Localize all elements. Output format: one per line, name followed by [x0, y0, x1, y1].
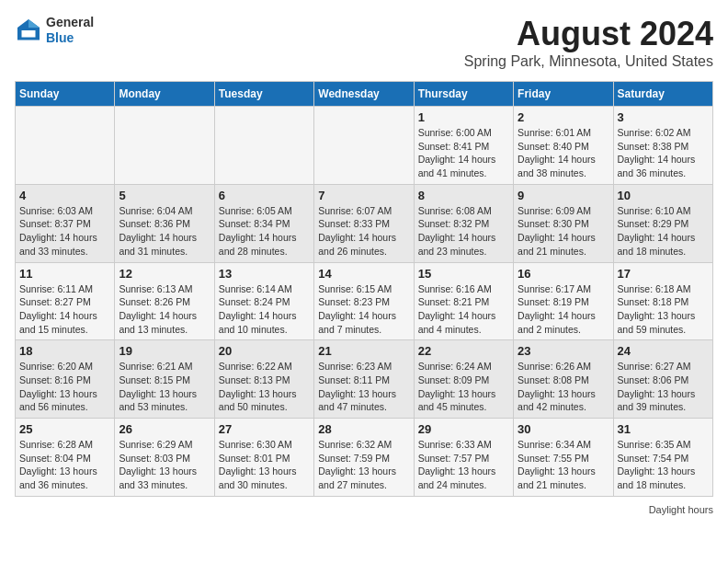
day-number: 31 — [618, 422, 709, 436]
calendar-cell: 31Sunrise: 6:35 AM Sunset: 7:54 PM Dayli… — [613, 419, 712, 497]
col-wednesday: Wednesday — [314, 82, 414, 107]
day-number: 6 — [219, 189, 310, 202]
day-info: Sunrise: 6:00 AM Sunset: 8:41 PM Dayligh… — [418, 126, 509, 180]
day-info: Sunrise: 6:17 AM Sunset: 8:19 PM Dayligh… — [518, 282, 609, 337]
day-number: 11 — [19, 267, 110, 281]
calendar-table: Sunday Monday Tuesday Wednesday Thursday… — [15, 81, 713, 497]
day-number: 15 — [418, 267, 509, 281]
calendar-week-2: 4Sunrise: 6:03 AM Sunset: 8:37 PM Daylig… — [16, 184, 713, 262]
calendar-cell — [314, 107, 414, 185]
day-info: Sunrise: 6:28 AM Sunset: 8:04 PM Dayligh… — [19, 438, 110, 492]
calendar-cell: 9Sunrise: 6:09 AM Sunset: 8:30 PM Daylig… — [514, 184, 613, 262]
daylight-label: Daylight hours — [649, 504, 713, 515]
calendar-body: 1Sunrise: 6:00 AM Sunset: 8:41 PM Daylig… — [16, 107, 713, 497]
calendar-cell: 19Sunrise: 6:21 AM Sunset: 8:15 PM Dayli… — [115, 340, 214, 419]
day-info: Sunrise: 6:23 AM Sunset: 8:11 PM Dayligh… — [318, 360, 409, 414]
col-thursday: Thursday — [414, 82, 513, 107]
calendar-cell: 7Sunrise: 6:07 AM Sunset: 8:33 PM Daylig… — [314, 184, 414, 262]
calendar-cell: 6Sunrise: 6:05 AM Sunset: 8:34 PM Daylig… — [214, 184, 313, 262]
day-number: 17 — [618, 267, 709, 281]
day-number: 13 — [219, 267, 310, 281]
calendar-cell: 23Sunrise: 6:26 AM Sunset: 8:08 PM Dayli… — [514, 340, 613, 419]
day-info: Sunrise: 6:32 AM Sunset: 7:59 PM Dayligh… — [318, 438, 409, 492]
calendar-cell: 16Sunrise: 6:17 AM Sunset: 8:19 PM Dayli… — [514, 262, 613, 340]
day-info: Sunrise: 6:14 AM Sunset: 8:24 PM Dayligh… — [219, 282, 310, 337]
day-info: Sunrise: 6:16 AM Sunset: 8:21 PM Dayligh… — [418, 282, 509, 337]
day-number: 8 — [418, 189, 509, 202]
day-number: 23 — [518, 344, 609, 358]
day-info: Sunrise: 6:02 AM Sunset: 8:38 PM Dayligh… — [618, 126, 709, 180]
day-info: Sunrise: 6:21 AM Sunset: 8:15 PM Dayligh… — [119, 360, 210, 414]
day-number: 30 — [518, 422, 609, 436]
calendar-week-4: 18Sunrise: 6:20 AM Sunset: 8:16 PM Dayli… — [16, 340, 713, 419]
day-info: Sunrise: 6:08 AM Sunset: 8:32 PM Dayligh… — [418, 204, 509, 259]
day-number: 19 — [119, 344, 210, 358]
day-info: Sunrise: 6:29 AM Sunset: 8:03 PM Dayligh… — [119, 438, 210, 492]
svg-marker-1 — [28, 19, 40, 28]
day-number: 29 — [418, 422, 509, 436]
day-number: 21 — [318, 344, 409, 358]
calendar-cell — [16, 107, 115, 185]
day-number: 2 — [518, 110, 609, 124]
logo-line2: Blue — [46, 30, 94, 46]
calendar-cell: 15Sunrise: 6:16 AM Sunset: 8:21 PM Dayli… — [414, 262, 513, 340]
calendar-header: Sunday Monday Tuesday Wednesday Thursday… — [16, 82, 713, 107]
day-info: Sunrise: 6:24 AM Sunset: 8:09 PM Dayligh… — [418, 360, 509, 414]
calendar-cell: 4Sunrise: 6:03 AM Sunset: 8:37 PM Daylig… — [16, 184, 115, 262]
day-number: 5 — [119, 189, 210, 202]
svg-rect-2 — [22, 30, 36, 38]
calendar-cell: 30Sunrise: 6:34 AM Sunset: 7:55 PM Dayli… — [514, 419, 613, 497]
day-number: 24 — [618, 344, 709, 358]
title-section: August 2024 Spring Park, Minnesota, Unit… — [464, 15, 713, 70]
calendar-cell: 28Sunrise: 6:32 AM Sunset: 7:59 PM Dayli… — [314, 419, 414, 497]
daylight-legend: Daylight hours — [649, 504, 713, 515]
day-info: Sunrise: 6:11 AM Sunset: 8:27 PM Dayligh… — [19, 282, 110, 337]
day-number: 16 — [518, 267, 609, 281]
day-info: Sunrise: 6:27 AM Sunset: 8:06 PM Dayligh… — [618, 360, 709, 414]
calendar-cell — [214, 107, 313, 185]
calendar-cell: 18Sunrise: 6:20 AM Sunset: 8:16 PM Dayli… — [16, 340, 115, 419]
calendar-cell: 8Sunrise: 6:08 AM Sunset: 8:32 PM Daylig… — [414, 184, 513, 262]
day-number: 26 — [119, 422, 210, 436]
logo: General Blue — [15, 15, 94, 46]
calendar-cell: 11Sunrise: 6:11 AM Sunset: 8:27 PM Dayli… — [16, 262, 115, 340]
day-number: 22 — [418, 344, 509, 358]
day-info: Sunrise: 6:04 AM Sunset: 8:36 PM Dayligh… — [119, 204, 210, 259]
calendar-cell: 29Sunrise: 6:33 AM Sunset: 7:57 PM Dayli… — [414, 419, 513, 497]
day-info: Sunrise: 6:30 AM Sunset: 8:01 PM Dayligh… — [219, 438, 310, 492]
day-info: Sunrise: 6:33 AM Sunset: 7:57 PM Dayligh… — [418, 438, 509, 492]
calendar-week-5: 25Sunrise: 6:28 AM Sunset: 8:04 PM Dayli… — [16, 419, 713, 497]
day-number: 27 — [219, 422, 310, 436]
col-sunday: Sunday — [16, 82, 115, 107]
logo-text: General Blue — [46, 15, 94, 46]
day-number: 18 — [19, 344, 110, 358]
calendar-cell: 5Sunrise: 6:04 AM Sunset: 8:36 PM Daylig… — [115, 184, 214, 262]
day-number: 1 — [418, 110, 509, 124]
calendar-cell: 20Sunrise: 6:22 AM Sunset: 8:13 PM Dayli… — [214, 340, 313, 419]
day-number: 14 — [318, 267, 409, 281]
calendar-cell — [115, 107, 214, 185]
day-info: Sunrise: 6:18 AM Sunset: 8:18 PM Dayligh… — [618, 282, 709, 337]
day-number: 4 — [19, 189, 110, 202]
day-info: Sunrise: 6:13 AM Sunset: 8:26 PM Dayligh… — [119, 282, 210, 337]
day-info: Sunrise: 6:01 AM Sunset: 8:40 PM Dayligh… — [518, 126, 609, 180]
day-info: Sunrise: 6:20 AM Sunset: 8:16 PM Dayligh… — [19, 360, 110, 414]
day-number: 12 — [119, 267, 210, 281]
day-info: Sunrise: 6:07 AM Sunset: 8:33 PM Dayligh… — [318, 204, 409, 259]
day-number: 10 — [618, 189, 709, 202]
col-tuesday: Tuesday — [214, 82, 313, 107]
day-info: Sunrise: 6:15 AM Sunset: 8:23 PM Dayligh… — [318, 282, 409, 337]
day-info: Sunrise: 6:26 AM Sunset: 8:08 PM Dayligh… — [518, 360, 609, 414]
day-number: 28 — [318, 422, 409, 436]
calendar-cell: 21Sunrise: 6:23 AM Sunset: 8:11 PM Dayli… — [314, 340, 414, 419]
calendar-cell: 22Sunrise: 6:24 AM Sunset: 8:09 PM Dayli… — [414, 340, 513, 419]
logo-icon — [15, 17, 42, 44]
day-info: Sunrise: 6:35 AM Sunset: 7:54 PM Dayligh… — [618, 438, 709, 492]
calendar-cell: 3Sunrise: 6:02 AM Sunset: 8:38 PM Daylig… — [613, 107, 712, 185]
calendar-cell: 10Sunrise: 6:10 AM Sunset: 8:29 PM Dayli… — [613, 184, 712, 262]
calendar-cell: 1Sunrise: 6:00 AM Sunset: 8:41 PM Daylig… — [414, 107, 513, 185]
day-number: 25 — [19, 422, 110, 436]
calendar-cell: 13Sunrise: 6:14 AM Sunset: 8:24 PM Dayli… — [214, 262, 313, 340]
day-number: 7 — [318, 189, 409, 202]
col-saturday: Saturday — [613, 82, 712, 107]
